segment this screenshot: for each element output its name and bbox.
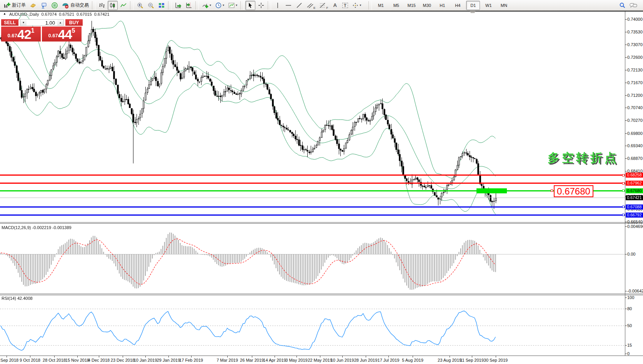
rsi-axis-label: 15: [627, 343, 632, 347]
price-axis-tick: [625, 120, 627, 121]
auto-scroll-button[interactable]: [173, 1, 183, 10]
date-tick: [342, 356, 343, 357]
one-click-collapse-icon[interactable]: ▲: [3, 12, 6, 17]
date-tick: [99, 356, 99, 357]
macd-pane-canvas[interactable]: [0, 224, 625, 293]
buy-price-button[interactable]: 0.67 44 5: [42, 27, 82, 42]
search-button[interactable]: [617, 1, 627, 10]
price-axis-label: 0.72130: [627, 68, 643, 72]
timeframe-button-d1[interactable]: D1: [466, 1, 480, 10]
arrows-dropdown-arrow[interactable]: ▾: [360, 3, 361, 7]
timeframe-button-m1[interactable]: M1: [374, 1, 388, 10]
toolbar-separator: [168, 1, 172, 10]
periods-button[interactable]: ▾: [213, 1, 226, 10]
timeframe-button-w1[interactable]: W1: [481, 1, 495, 10]
chart-shift-button[interactable]: [184, 1, 194, 10]
date-label: 30 Sep 2019: [484, 358, 508, 362]
rsi-axis-tick: [625, 345, 627, 346]
volume-increase-button[interactable]: ▲: [57, 20, 63, 25]
date-tick: [168, 356, 169, 357]
turning-point-annotation[interactable]: 多空转折点: [548, 150, 619, 166]
vertical-line-tool[interactable]: [273, 1, 283, 10]
date-label: 9 Oct 2018: [20, 358, 40, 362]
sell-price-button[interactable]: 0.67 42 1: [1, 27, 41, 42]
ohlc-high: 0.67521: [59, 12, 74, 17]
line-chart-icon: [120, 2, 127, 9]
text-tool[interactable]: A: [330, 1, 340, 10]
timeframe-button-h1[interactable]: H1: [435, 1, 449, 10]
date-tick: [7, 356, 7, 357]
trendline-tool[interactable]: [294, 1, 304, 10]
rsi-pane-canvas[interactable]: [0, 295, 625, 355]
horizontal-line-tool[interactable]: [283, 1, 293, 10]
axis-anchor-handle[interactable]: [622, 174, 625, 176]
pane-separator[interactable]: [0, 223, 643, 224]
templates-button[interactable]: ▾: [227, 1, 239, 10]
channel-tag: E: [313, 6, 315, 10]
toolbar-separator: [368, 1, 372, 10]
timeframe-group: M1M5M15M30H1H4D1W1MN: [373, 1, 511, 10]
volume-input[interactable]: 1.00: [27, 20, 57, 25]
axis-anchor-handle[interactable]: [622, 206, 625, 208]
hline-resistance-2[interactable]: [0, 183, 625, 184]
hline-resistance-1[interactable]: [0, 175, 625, 176]
rsi-axis-tick: [625, 326, 627, 326]
crosshair-tool-button[interactable]: [256, 1, 266, 10]
auto-trading-button[interactable]: 自动交易: [60, 1, 90, 10]
line-chart-button[interactable]: [118, 1, 128, 10]
tile-windows-button[interactable]: [157, 1, 167, 10]
text-label-tool[interactable]: T: [340, 1, 350, 10]
zoom-in-button[interactable]: [135, 1, 145, 10]
channel-tool[interactable]: E: [305, 1, 317, 10]
buy-button[interactable]: BUY: [65, 19, 83, 27]
price-callout-box[interactable]: 0.67680: [554, 185, 593, 197]
line-anchor-handle[interactable]: [551, 189, 553, 192]
candlestick-chart-button[interactable]: [108, 1, 118, 10]
pane-separator[interactable]: [0, 295, 643, 295]
cursor-tool-button[interactable]: [245, 1, 255, 10]
hline-current-price[interactable]: [0, 198, 625, 198]
date-label: 26 Mar 2019: [240, 358, 264, 362]
sell-button[interactable]: SELL: [1, 19, 18, 27]
rsi-axis-label: 100: [627, 295, 634, 300]
date-label: 15 Nov 2018: [65, 358, 89, 362]
timeframe-button-m30[interactable]: M30: [420, 1, 434, 10]
signals-button[interactable]: [50, 1, 60, 10]
chat-button[interactable]: [628, 1, 639, 10]
volume-decrease-button[interactable]: ▼: [20, 20, 27, 25]
market-watch-button[interactable]: [39, 1, 49, 10]
hline-support-2[interactable]: [0, 214, 625, 216]
zoom-out-button[interactable]: [146, 1, 156, 10]
timeframe-button-h4[interactable]: H4: [451, 1, 465, 10]
price-axis-tick: [625, 19, 627, 20]
timeframe-button-m5[interactable]: M5: [389, 1, 403, 10]
highlight-rectangle[interactable]: [476, 188, 507, 193]
timeframe-button-mn[interactable]: MN: [497, 1, 511, 10]
timeframe-button-m15[interactable]: M15: [405, 1, 418, 10]
price-axis-tick: [625, 158, 627, 159]
axis-anchor-handle[interactable]: [622, 214, 625, 216]
macd-axis-tick: [625, 254, 627, 254]
fibonacci-tool[interactable]: F: [318, 1, 330, 10]
axis-anchor-handle[interactable]: [622, 189, 625, 192]
bar-chart-button[interactable]: [97, 1, 107, 10]
indicators-icon: [202, 2, 209, 9]
toolbar-separator: [92, 1, 95, 10]
profile-button[interactable]: [28, 1, 38, 10]
date-tick: [366, 356, 366, 357]
price-axis-tick: [625, 57, 627, 58]
indicators-dropdown-arrow[interactable]: ▾: [210, 3, 211, 7]
hline-pivot-green[interactable]: [0, 190, 625, 191]
periods-dropdown-arrow[interactable]: ▾: [223, 3, 224, 7]
arrows-tool[interactable]: ▾: [350, 1, 363, 10]
hline-support-1[interactable]: [0, 206, 625, 208]
price-axis-tick: [625, 133, 627, 134]
toolbar: 新订单: [0, 0, 643, 11]
mt4-terminal: 新订单: [0, 0, 643, 364]
price-badge-0.67680: 0.67680: [626, 188, 643, 193]
axis-anchor-handle[interactable]: [622, 182, 625, 184]
indicators-button[interactable]: ▾: [200, 1, 213, 10]
templates-dropdown-arrow[interactable]: ▾: [236, 3, 237, 7]
new-order-button[interactable]: 新订单: [2, 1, 27, 10]
date-tick: [297, 356, 297, 357]
